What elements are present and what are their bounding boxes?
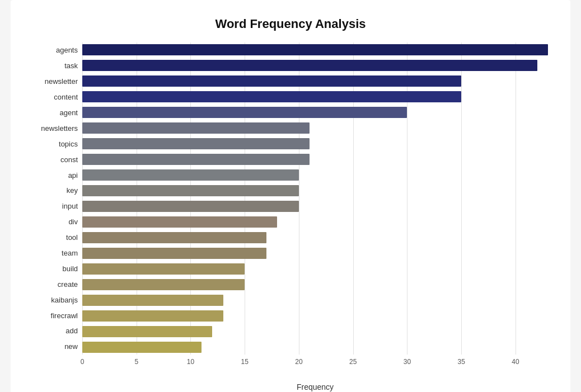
bar-row [82, 230, 548, 245]
y-label: team [33, 246, 78, 261]
bar [82, 91, 461, 102]
bar [82, 60, 537, 71]
x-tick: 5 [134, 358, 138, 366]
bar [82, 326, 212, 337]
y-label: add [33, 324, 78, 338]
bar-row [82, 183, 548, 198]
bar [82, 138, 310, 149]
y-label: div [33, 215, 78, 229]
bar [82, 201, 299, 212]
bar [82, 154, 310, 165]
bar-row [82, 309, 548, 323]
bar-row [82, 121, 548, 135]
y-label: create [33, 277, 78, 291]
bar-row [82, 74, 548, 88]
bar [82, 279, 245, 290]
x-tick: 35 [458, 358, 465, 366]
bar-row [82, 89, 548, 104]
bar [82, 107, 407, 118]
x-tick: 0 [81, 358, 85, 366]
y-label: agent [33, 106, 78, 120]
x-tick: 10 [187, 358, 194, 366]
x-tick: 25 [349, 358, 357, 366]
bars [82, 42, 548, 355]
bar-row [82, 293, 548, 308]
y-label: newsletters [33, 121, 78, 135]
y-label: tool [33, 230, 78, 245]
y-label: content [33, 90, 78, 105]
y-label: new [33, 339, 78, 354]
y-label: topics [33, 136, 78, 151]
y-label: firecrawl [33, 308, 78, 323]
bar [82, 44, 548, 55]
x-axis: 0510152025303540 [82, 358, 548, 369]
y-label: input [33, 199, 78, 214]
y-label: task [33, 59, 78, 73]
chart-title: Word Frequency Analysis [33, 17, 548, 31]
y-label: const [33, 152, 78, 167]
y-label: agents [33, 43, 78, 58]
x-tick: 15 [241, 358, 249, 366]
bar-row [82, 246, 548, 261]
bar-row [82, 324, 548, 339]
bar [82, 185, 299, 196]
chart-area: agentstasknewslettercontentagentnewslett… [33, 42, 548, 355]
bar [82, 248, 266, 259]
bar [82, 122, 310, 134]
bar-row [82, 168, 548, 182]
bar-row [82, 136, 548, 151]
bar-row [82, 42, 548, 57]
bars-and-grid [82, 42, 548, 355]
bar-row [82, 340, 548, 355]
x-tick: 20 [295, 358, 302, 366]
y-labels: agentstasknewslettercontentagentnewslett… [33, 42, 78, 355]
x-axis-label: Frequency [82, 382, 548, 391]
bar-row [82, 199, 548, 214]
bar [82, 295, 223, 306]
bar-row [82, 277, 548, 292]
bar [82, 310, 223, 322]
bar-row [82, 262, 548, 276]
y-label: newsletter [33, 74, 78, 89]
y-label: build [33, 261, 78, 276]
y-label: key [33, 183, 78, 198]
x-tick: 30 [404, 358, 411, 366]
y-label: api [33, 168, 78, 182]
bar [82, 169, 299, 181]
bar-row [82, 58, 548, 73]
bar [82, 75, 461, 87]
x-tick: 40 [512, 358, 519, 366]
bar-row [82, 215, 548, 229]
bar [82, 216, 277, 228]
bar [82, 232, 266, 243]
bar-row [82, 105, 548, 120]
bar [82, 342, 202, 353]
bar [82, 263, 245, 275]
y-label: kaibanjs [33, 292, 78, 307]
bar-row [82, 152, 548, 167]
chart-container: Word Frequency Analysis agentstasknewsle… [11, 0, 570, 392]
